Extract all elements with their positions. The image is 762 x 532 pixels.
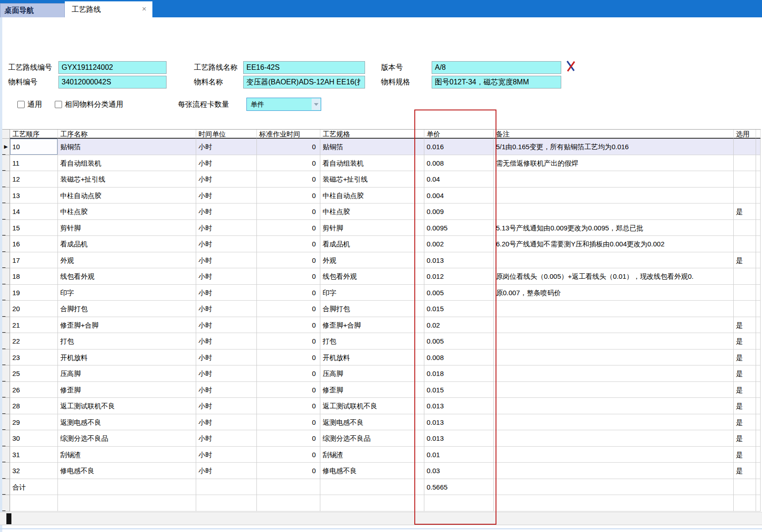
- horizontal-scrollbar[interactable]: [0, 512, 762, 525]
- cell-price[interactable]: 0.016: [424, 139, 494, 155]
- cell-seq[interactable]: 13: [10, 188, 58, 204]
- cell-seq[interactable]: 23: [10, 349, 58, 366]
- table-row[interactable]: 12 装磁芯+扯引线 小时 0 装磁芯+扯引线 0.04: [2, 171, 761, 188]
- cell-use[interactable]: 是: [734, 382, 756, 398]
- cell-note[interactable]: [494, 203, 734, 220]
- cell-spec[interactable]: 中柱点胶: [320, 203, 424, 220]
- route-name-field[interactable]: EE16-42S: [243, 61, 365, 74]
- cell-note[interactable]: [494, 365, 734, 382]
- cell-use[interactable]: 是: [734, 414, 756, 431]
- col-header-price[interactable]: 单价: [424, 130, 494, 139]
- cell-name[interactable]: 开机放料: [58, 349, 196, 366]
- cell-seq[interactable]: 28: [10, 398, 58, 414]
- cell-std[interactable]: 0: [257, 447, 320, 463]
- cell-std[interactable]: 0: [257, 414, 320, 431]
- cell-note[interactable]: [494, 317, 734, 334]
- cell-price[interactable]: 0.04: [424, 171, 494, 188]
- cell-name[interactable]: 贴铜箔: [58, 139, 196, 155]
- row-header[interactable]: [2, 479, 10, 495]
- row-header[interactable]: [2, 285, 10, 301]
- cell-seq[interactable]: 22: [10, 333, 58, 349]
- cell-spec[interactable]: 压高脚: [320, 365, 424, 382]
- table-row[interactable]: 29 返测电感不良 小时 0 返测电感不良 0.013 是: [2, 414, 761, 431]
- cell-price[interactable]: 0.009: [424, 203, 494, 220]
- table-row[interactable]: 18 线包看外观 小时 0 线包看外观 0.012 原岗位看线头（0.005）+…: [2, 268, 761, 285]
- close-icon[interactable]: ×: [142, 1, 146, 16]
- cell-price[interactable]: 0.004: [424, 188, 494, 204]
- cell-name[interactable]: 看自动组装机: [58, 155, 196, 172]
- cell-use[interactable]: 是: [734, 463, 756, 479]
- table-row[interactable]: 13 中柱自动点胶 小时 0 中柱自动点胶 0.004: [2, 188, 761, 204]
- cell-std[interactable]: 0: [257, 203, 320, 220]
- cell-price[interactable]: 0.008: [424, 155, 494, 172]
- cell-spec[interactable]: 修电感不良: [320, 463, 424, 479]
- cell-spec[interactable]: 打包: [320, 333, 424, 349]
- cell-use[interactable]: [734, 171, 756, 188]
- cell-spec[interactable]: 看成品机: [320, 236, 424, 252]
- table-row[interactable]: 30 综测分选不良品 小时 0 综测分选不良品 0.013 是: [2, 430, 761, 447]
- cell-note[interactable]: [494, 414, 734, 431]
- cell-unit[interactable]: 小时: [196, 252, 257, 269]
- cell-seq[interactable]: 17: [10, 252, 58, 269]
- cell-std[interactable]: 0: [257, 398, 320, 414]
- cell-spec[interactable]: 贴铜箔: [320, 139, 424, 155]
- cell-price[interactable]: 0.005: [424, 285, 494, 301]
- cell-unit[interactable]: 小时: [196, 414, 257, 431]
- row-header[interactable]: [2, 495, 10, 511]
- cell-note[interactable]: 5/1由0.165变更，所有贴铜箔工艺均为0.016: [494, 139, 734, 155]
- table-row[interactable]: 22 打包 小时 0 打包 0.005 是: [2, 333, 761, 349]
- cell-spec[interactable]: 线包看外观: [320, 268, 424, 285]
- cell-unit[interactable]: 小时: [196, 171, 257, 188]
- cell-price[interactable]: 0.013: [424, 414, 494, 431]
- row-header[interactable]: [2, 252, 10, 269]
- cell-spec[interactable]: 装磁芯+扯引线: [320, 171, 424, 188]
- cell-note[interactable]: [494, 333, 734, 349]
- cell-unit[interactable]: 小时: [196, 333, 257, 349]
- cell-std[interactable]: 0: [257, 301, 320, 317]
- cell-note[interactable]: [494, 301, 734, 317]
- col-header-spec[interactable]: 工艺规格: [320, 130, 424, 139]
- cell-price[interactable]: 0.03: [424, 463, 494, 479]
- cell-use[interactable]: 是: [734, 365, 756, 382]
- cell-name[interactable]: 中柱自动点胶: [58, 188, 196, 204]
- row-header[interactable]: [2, 382, 10, 398]
- row-header[interactable]: [2, 188, 10, 204]
- row-header[interactable]: [2, 414, 10, 431]
- version-field[interactable]: A/8: [432, 61, 561, 74]
- row-header[interactable]: [2, 317, 10, 334]
- row-header[interactable]: [2, 171, 10, 188]
- cell-use[interactable]: 是: [734, 317, 756, 334]
- material-name-field[interactable]: 变压器(BAOER)ADS-12AH EE16(扌: [243, 76, 365, 89]
- same-class-checkbox[interactable]: [55, 101, 62, 108]
- cell-name[interactable]: 综测分选不良品: [58, 430, 196, 447]
- cell-spec[interactable]: 返测电感不良: [320, 414, 424, 431]
- cell-price[interactable]: 0.013: [424, 252, 494, 269]
- cell-note[interactable]: [494, 171, 734, 188]
- cell-unit[interactable]: 小时: [196, 155, 257, 172]
- cell-spec[interactable]: 中柱自动点胶: [320, 188, 424, 204]
- cell-name[interactable]: 压高脚: [58, 365, 196, 382]
- cell-note[interactable]: 原0.007，整条喷码价: [494, 285, 734, 301]
- cell-use[interactable]: [734, 301, 756, 317]
- cell-name[interactable]: 剪针脚: [58, 220, 196, 236]
- cell-std[interactable]: 0: [257, 139, 320, 155]
- cell-std[interactable]: 0: [257, 252, 320, 269]
- material-spec-field[interactable]: 图号012T-34，磁芯宽度8MM: [432, 76, 561, 89]
- cell-std[interactable]: 0: [257, 171, 320, 188]
- cell-use[interactable]: 是: [734, 430, 756, 447]
- col-header-std[interactable]: 标准作业时间: [257, 130, 320, 139]
- cell-spec[interactable]: 开机放料: [320, 349, 424, 366]
- cell-name[interactable]: 修歪脚+合脚: [58, 317, 196, 334]
- cell-unit[interactable]: 小时: [196, 382, 257, 398]
- cell-name[interactable]: 返工测试联机不良: [58, 398, 196, 414]
- cell-price[interactable]: 0.012: [424, 268, 494, 285]
- cell-price[interactable]: 0.015: [424, 382, 494, 398]
- cell-price[interactable]: 0.018: [424, 365, 494, 382]
- cell-seq[interactable]: 21: [10, 317, 58, 334]
- row-header[interactable]: [2, 155, 10, 172]
- cell-spec[interactable]: 合脚打包: [320, 301, 424, 317]
- cell-std[interactable]: 0: [257, 188, 320, 204]
- cell-std[interactable]: 0: [257, 333, 320, 349]
- cell-seq[interactable]: 11: [10, 155, 58, 172]
- cell-spec[interactable]: 修歪脚: [320, 382, 424, 398]
